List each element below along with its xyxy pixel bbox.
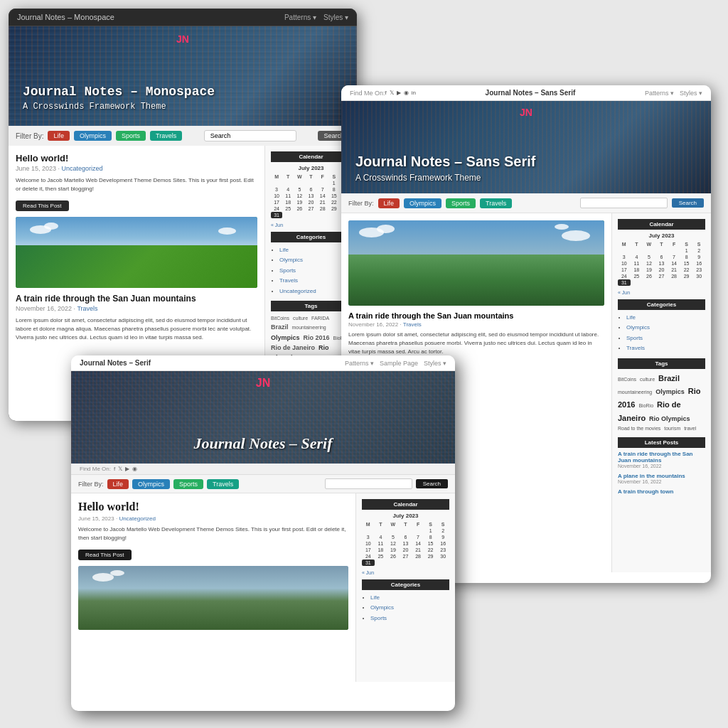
sans-cat-travels[interactable]: Travels <box>626 345 645 351</box>
post2-category[interactable]: Travels <box>77 305 97 312</box>
serif-post-image <box>78 566 348 630</box>
tag-rio-olympics-md[interactable]: Rio Olympics <box>649 415 690 422</box>
latest-post-1-date: November 16, 2022 <box>618 464 705 469</box>
sans-cal-nav[interactable]: « Jun <box>618 290 705 295</box>
serif-logo: JN <box>256 377 270 390</box>
post1-category[interactable]: Uncategorized <box>62 165 103 172</box>
fb-serif[interactable]: f <box>114 466 115 472</box>
cloud-3 <box>562 230 590 241</box>
latest-post-1-link[interactable]: A train ride through the San Juan mounta… <box>618 451 692 464</box>
tag-travel-sm[interactable]: travel <box>684 426 696 431</box>
monospace-nav: Patterns ▾ Styles ▾ <box>284 14 348 21</box>
sans-titlebar: Find Me On: f 𝕏 ▶ ◉ in Journal Notes – S… <box>341 85 711 101</box>
sans-search-button[interactable]: Search <box>672 198 704 208</box>
tag-bitcoins[interactable]: BitCoins <box>618 377 636 382</box>
serif-tag-sports[interactable]: Sports <box>173 479 203 489</box>
filter-tag-olympics[interactable]: Olympics <box>74 131 112 141</box>
serif-cal-nav[interactable]: « Jun <box>362 570 449 575</box>
yt-serif[interactable]: ▶ <box>125 466 129 472</box>
tag-brazil[interactable]: Brazil <box>271 323 289 331</box>
patterns-link[interactable]: Patterns ▾ <box>284 14 316 21</box>
sans-filter-bar: Filter By: Life Olympics Sports Travels … <box>341 193 711 213</box>
styles-nav[interactable]: Styles ▾ <box>680 90 702 97</box>
facebook-icon[interactable]: f <box>385 90 387 96</box>
cat-travels[interactable]: Travels <box>279 277 298 284</box>
filter-search-input[interactable] <box>204 130 296 141</box>
tag-farida[interactable]: FARIDA <box>311 316 329 321</box>
filter-tag-travels[interactable]: Travels <box>150 131 182 141</box>
sans-post-category[interactable]: Travels <box>403 321 422 328</box>
tag-rio2016[interactable]: Rio 2016 <box>303 334 329 341</box>
post1-read-more[interactable]: Read This Post <box>16 200 69 211</box>
styles-link[interactable]: Styles ▾ <box>323 14 348 21</box>
instagram-icon[interactable]: ◉ <box>404 90 409 96</box>
post2-excerpt: Lorem ipsum dolor sit amet, consectetur … <box>16 316 257 342</box>
ig-serif[interactable]: ◉ <box>132 466 137 472</box>
styles-serif[interactable]: Styles ▾ <box>424 360 446 367</box>
hero-text: Journal Notes – Monospace A Crosswinds F… <box>23 85 215 112</box>
post2-image <box>16 217 257 288</box>
cloud3 <box>218 228 236 235</box>
cal-day-th: T <box>305 173 316 180</box>
tag-culture[interactable]: culture <box>640 377 655 382</box>
sans-search-input[interactable] <box>580 198 668 208</box>
twitter-icon[interactable]: 𝕏 <box>390 90 394 96</box>
cat-life[interactable]: Life <box>279 247 289 253</box>
serif-cat-sports[interactable]: Sports <box>370 615 387 621</box>
latest-post-2-link[interactable]: A plane in the mountains <box>618 473 685 479</box>
filter-tag-sports[interactable]: Sports <box>116 131 146 141</box>
serif-post-category[interactable]: Uncategorized <box>119 515 156 522</box>
tag-bioRio-sm[interactable]: BioRio <box>638 403 653 408</box>
sans-tag-sports[interactable]: Sports <box>446 198 476 208</box>
post2-meta: November 16, 2022 · Travels <box>16 305 257 312</box>
serif-search-input[interactable] <box>325 478 412 489</box>
tag-rio-de-janeiro[interactable]: Rio de Janeiro <box>271 344 315 351</box>
sans-tag-travels[interactable]: Travels <box>480 198 512 208</box>
sans-tags-title: Tags <box>618 358 705 369</box>
serif-tag-life[interactable]: Life <box>107 479 129 489</box>
tag-brazil-lg[interactable]: Brazil <box>658 374 680 382</box>
sans-cat-olympics[interactable]: Olympics <box>626 324 650 331</box>
patterns-nav[interactable]: Patterns ▾ <box>645 90 674 97</box>
cat-olympics[interactable]: Olympics <box>279 257 303 263</box>
sans-cat-sports[interactable]: Sports <box>626 335 643 341</box>
tag-mountain[interactable]: mountaineering <box>291 325 326 330</box>
tag-olympics[interactable]: Olympics <box>271 334 300 341</box>
sans-hero-title: Journal Notes – Sans Serif <box>355 154 535 170</box>
tag-olympics-md[interactable]: Olympics <box>655 388 685 395</box>
tag-tourism-sm[interactable]: tourism <box>664 426 680 431</box>
youtube-icon[interactable]: ▶ <box>397 90 401 96</box>
cat-uncategorized[interactable]: Uncategorized <box>279 288 316 294</box>
serif-read-more[interactable]: Read This Post <box>78 550 132 560</box>
sans-cat-life[interactable]: Life <box>626 314 636 321</box>
tag-bitcoins[interactable]: BitCoins <box>271 316 289 321</box>
cat-sports[interactable]: Sports <box>279 267 296 274</box>
patterns-serif[interactable]: Patterns ▾ <box>345 360 374 367</box>
serif-cat-life[interactable]: Life <box>370 594 380 601</box>
sample-page[interactable]: Sample Page <box>380 360 418 367</box>
cloud-4 <box>555 224 569 230</box>
serif-sidebar: Calendar July 2023 MTW TFSS 12 3456789 1… <box>355 493 455 682</box>
latest-post-2-date: November 16, 2022 <box>618 479 705 484</box>
tag-mountaineering[interactable]: mountaineering <box>618 390 652 395</box>
filter-tag-life[interactable]: Life <box>48 131 70 141</box>
tw-serif[interactable]: 𝕏 <box>118 466 122 472</box>
latest-post-3-link[interactable]: A train through town <box>618 488 673 495</box>
tag-road-sm[interactable]: Road to the movies <box>618 426 660 431</box>
serif-hero-title: Journal Notes – Serif <box>194 434 333 453</box>
sans-tag-life[interactable]: Life <box>378 198 400 208</box>
serif-main: Hello world! June 15, 2023 · Uncategoriz… <box>71 493 355 682</box>
cal-nav[interactable]: « Jun <box>271 223 351 228</box>
tag-culture[interactable]: culture <box>293 316 308 321</box>
cloud-2 <box>377 225 395 233</box>
serif-cat-olympics[interactable]: Olympics <box>370 604 394 611</box>
sans-sidebar: Calendar July 2023 MTW TFSS 12 3456789 1… <box>611 213 711 572</box>
serif-search-button[interactable]: Search <box>416 479 448 488</box>
sans-post-title: A train ride through the San Juan mounta… <box>348 311 604 320</box>
serif-tag-travels[interactable]: Travels <box>207 479 239 489</box>
sans-tag-olympics[interactable]: Olympics <box>404 198 441 208</box>
serif-tag-olympics[interactable]: Olympics <box>132 479 170 489</box>
serif-hero-text: Journal Notes – Serif <box>194 434 333 453</box>
hero-logo: JN <box>520 107 532 118</box>
serif-post-title: Hello world! <box>78 500 348 513</box>
